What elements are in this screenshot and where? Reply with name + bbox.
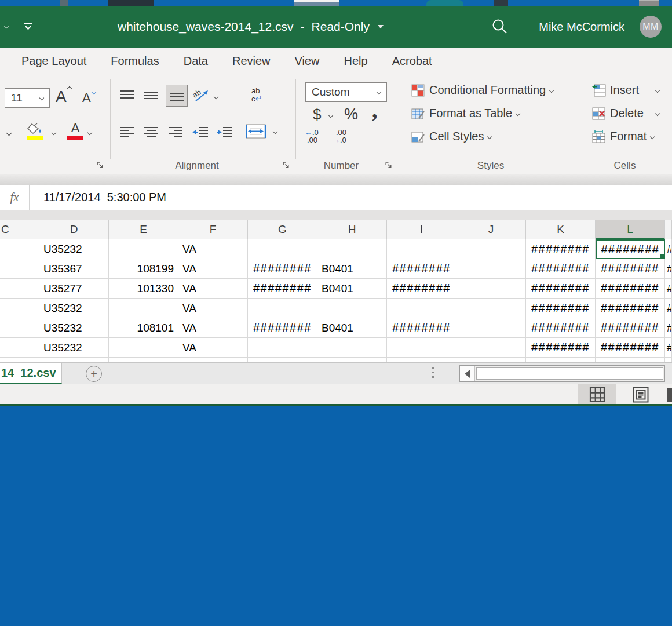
cell-I3[interactable]: ######## [387, 279, 456, 299]
cell-J1[interactable] [456, 239, 526, 259]
column-header-G[interactable]: G [248, 220, 317, 239]
user-name[interactable]: Mike McCormick [539, 20, 624, 34]
fx-icon[interactable]: fx [0, 185, 30, 210]
cell-C4[interactable] [0, 299, 39, 318]
column-header-D[interactable]: D [39, 220, 109, 239]
page-break-view-button-partial[interactable] [667, 384, 672, 405]
read-only-dropdown-icon[interactable] [378, 25, 384, 28]
align-right-icon[interactable] [168, 126, 183, 139]
cell-M6[interactable]: # [665, 338, 672, 358]
column-header-J[interactable]: J [456, 220, 526, 239]
merge-center-icon[interactable] [246, 124, 266, 139]
cell-D6[interactable]: U35232 [39, 338, 109, 358]
column-header-E[interactable]: E [109, 220, 178, 239]
cell-I1[interactable] [387, 239, 456, 259]
cell-E4[interactable] [109, 299, 178, 318]
fill-color-button[interactable] [27, 123, 44, 140]
conditional-formatting-button[interactable]: Conditional Formatting [411, 83, 553, 97]
cell-F6[interactable]: VA [178, 338, 248, 358]
search-icon[interactable] [491, 18, 509, 35]
cell-L4[interactable]: ######## [596, 299, 665, 318]
cell-L2[interactable]: ######## [596, 259, 665, 279]
cell-E3[interactable]: 101330 [109, 279, 178, 299]
cell-D4[interactable]: U35232 [39, 299, 109, 318]
cell-F2[interactable]: VA [178, 259, 248, 279]
read-only-badge[interactable]: Read-Only [312, 20, 370, 34]
comma-format-button[interactable]: , [372, 97, 378, 123]
cell-F5[interactable]: VA [178, 318, 248, 338]
cell-E6[interactable] [109, 338, 178, 358]
cell-K6[interactable]: ######## [526, 338, 596, 358]
formula-input[interactable]: 11/17/2014 5:30:00 PM [30, 185, 672, 210]
percent-format-button[interactable]: % [344, 105, 358, 123]
active-sheet-tab[interactable]: 14_12.csv [0, 363, 62, 384]
autosave-collapse-chevron-icon[interactable] [4, 24, 9, 28]
cell-E1[interactable] [109, 239, 178, 259]
cell-K5[interactable]: ######## [526, 318, 596, 338]
cell-K2[interactable]: ######## [526, 259, 596, 279]
grow-font-button[interactable]: A [56, 87, 71, 106]
column-header-F[interactable]: F [178, 220, 248, 239]
tab-review[interactable]: Review [220, 54, 283, 68]
column-header-partial[interactable] [665, 220, 672, 239]
cell-L3[interactable]: ######## [596, 279, 665, 299]
avatar[interactable]: MM [640, 16, 662, 38]
decrease-indent-icon[interactable] [192, 126, 209, 139]
align-center-icon[interactable] [144, 126, 159, 139]
wrap-text-button[interactable]: ab c↵ [251, 87, 262, 103]
cell-J5[interactable] [456, 318, 526, 338]
cell-D1[interactable]: U35232 [39, 239, 109, 259]
tab-splitter-handle[interactable] [432, 367, 434, 378]
shrink-font-button[interactable]: A [82, 90, 96, 105]
cell-M3[interactable]: # [665, 279, 672, 299]
cell-G4[interactable] [248, 299, 317, 318]
cell-K3[interactable]: ######## [526, 279, 596, 299]
tab-acrobat[interactable]: Acrobat [380, 54, 444, 68]
cell-F4[interactable]: VA [178, 299, 248, 318]
cell-M5[interactable]: # [665, 318, 672, 338]
format-as-table-button[interactable]: Format as Table [411, 107, 520, 120]
merge-chevron-icon[interactable] [273, 129, 277, 134]
cell-styles-button[interactable]: Cell Styles [411, 130, 491, 143]
horizontal-scrollbar[interactable] [459, 365, 665, 382]
column-header-C[interactable]: C [0, 220, 39, 239]
cell-C5[interactable] [0, 318, 39, 338]
cell-M4[interactable]: # [665, 299, 672, 318]
orientation-chevron-icon[interactable] [214, 94, 218, 99]
cell-J2[interactable] [456, 259, 526, 279]
decrease-decimal-button[interactable]: ←.0 .00 [305, 129, 319, 144]
cell-I5[interactable]: ######## [387, 318, 456, 338]
cell-D3[interactable]: U35277 [39, 279, 109, 299]
cell-L5[interactable]: ######## [596, 318, 665, 338]
ribbon-display-options-icon[interactable] [23, 22, 34, 31]
orientation-icon[interactable]: ab [192, 87, 210, 103]
cell-I4[interactable] [387, 299, 456, 318]
cell-M1[interactable]: # [665, 239, 672, 259]
alignment-dialog-launcher-icon[interactable] [282, 161, 290, 169]
insert-cells-button[interactable]: Insert [592, 83, 659, 97]
cell-C2[interactable] [0, 259, 39, 279]
column-header-K[interactable]: K [526, 220, 596, 239]
fill-handle[interactable] [660, 254, 664, 259]
cell-E5[interactable]: 108101 [109, 318, 178, 338]
cell-F3[interactable]: VA [178, 279, 248, 299]
new-sheet-button[interactable]: + [86, 366, 102, 382]
cell-C1[interactable] [0, 239, 39, 259]
column-header-I[interactable]: I [387, 220, 456, 239]
cell-E2[interactable]: 108199 [109, 259, 178, 279]
cell-K1[interactable]: ######## [526, 239, 596, 259]
tab-view[interactable]: View [283, 54, 332, 68]
cell-I6[interactable] [387, 338, 456, 358]
font-size-combobox[interactable]: 11 [5, 88, 50, 108]
normal-view-button[interactable] [578, 384, 616, 405]
scroll-left-button[interactable] [460, 366, 475, 381]
cell-M2[interactable]: # [665, 259, 672, 279]
align-left-icon[interactable] [119, 126, 134, 139]
number-dialog-launcher-icon[interactable] [385, 161, 393, 169]
cell-J6[interactable] [456, 338, 526, 358]
font-dialog-launcher-icon[interactable] [96, 161, 104, 169]
cell-G6[interactable] [248, 338, 317, 358]
column-header-L[interactable]: L [596, 220, 665, 239]
cell-G2[interactable]: ######## [248, 259, 317, 279]
cell-H5[interactable]: B0401 [317, 318, 387, 338]
